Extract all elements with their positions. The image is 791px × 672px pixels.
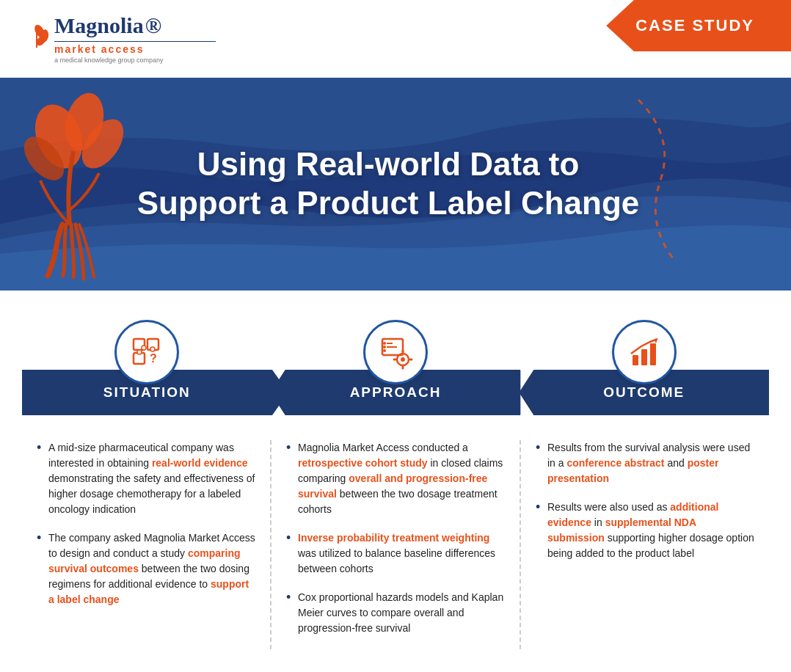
outcome-column: Results from the survival analysis were … (521, 440, 769, 649)
svg-rect-31 (641, 349, 647, 365)
hero-title: Using Real-world Data to Support a Produ… (5, 145, 787, 223)
svg-point-15 (142, 346, 146, 350)
situation-bullet-2: The company asked Magnolia Market Access… (37, 530, 255, 607)
approach-label: APPROACH (350, 384, 442, 401)
situation-banner-block: ? SITUATION (22, 320, 272, 415)
approach-column: Magnolia Market Access conducted a retro… (271, 440, 521, 649)
approach-bullets: Magnolia Market Access conducted a retro… (286, 440, 505, 636)
outcome-icon-circle (612, 320, 677, 384)
situation-bullet-1: A mid-size pharmaceutical company was in… (37, 440, 255, 517)
svg-point-16 (150, 347, 155, 351)
magnolia-icon (22, 24, 51, 54)
logo-text: Magnolia ® market access a medical knowl… (22, 13, 216, 64)
hero-title-line1: Using Real-world Data to (197, 146, 580, 182)
svg-point-17 (137, 350, 142, 354)
situation-bullets: A mid-size pharmaceutical company was in… (37, 440, 255, 607)
banners-row: ? SITUATION (22, 320, 769, 415)
approach-icon (376, 333, 415, 371)
situation-icon: ? (128, 333, 166, 371)
approach-bullet-1: Magnolia Market Access conducted a retro… (286, 440, 505, 517)
outcome-banner-block: OUTCOME (519, 320, 769, 415)
hero-banner: Using Real-world Data to Support a Produ… (0, 78, 791, 291)
outcome-bullet-2: Results were also used as additional evi… (536, 500, 754, 561)
outcome-icon (625, 333, 663, 371)
svg-rect-30 (633, 355, 638, 365)
situation-column: A mid-size pharmaceutical company was in… (22, 440, 271, 649)
case-study-badge: CASE STUDY (606, 0, 791, 51)
svg-point-21 (383, 342, 386, 345)
logo-tagline: a medical knowledge group company (54, 56, 216, 64)
header: Magnolia ® market access a medical knowl… (0, 0, 791, 78)
svg-point-22 (383, 346, 386, 348)
logo-accent: ® (145, 13, 161, 38)
approach-bullet-3: Cox proportional hazards models and Kapl… (286, 590, 505, 636)
content-row: A mid-size pharmaceutical company was in… (22, 433, 769, 649)
logo-area: Magnolia ® market access a medical knowl… (22, 13, 216, 64)
situation-icon-circle: ? (114, 320, 179, 384)
situation-label: SITUATION (103, 384, 191, 401)
logo-sub: market access (54, 43, 216, 55)
svg-rect-32 (650, 343, 656, 365)
svg-point-25 (401, 357, 405, 362)
approach-bullet-2: Inverse probability treatment weighting … (286, 530, 505, 577)
approach-icon-circle (363, 320, 428, 384)
approach-banner-block: APPROACH (271, 320, 521, 415)
svg-point-23 (383, 349, 386, 352)
outcome-bullet-1: Results from the survival analysis were … (536, 440, 754, 486)
hero-title-line2: Support a Product Label Change (137, 185, 640, 221)
svg-text:?: ? (150, 352, 157, 365)
main-content: ? SITUATION (0, 320, 791, 672)
logo-divider (54, 41, 216, 42)
logo-name-group: Magnolia ® market access a medical knowl… (54, 13, 216, 64)
logo-name: Magnolia (54, 13, 144, 38)
outcome-label: OUTCOME (603, 384, 685, 401)
outcome-bullets: Results from the survival analysis were … (536, 440, 754, 561)
